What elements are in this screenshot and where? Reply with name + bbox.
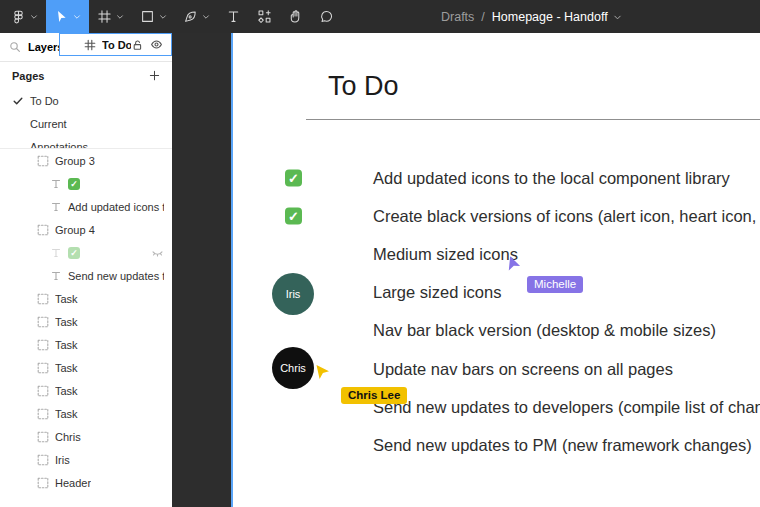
layer-row-header[interactable]: Header [0, 471, 172, 494]
page-row-current[interactable]: Current [0, 112, 172, 135]
move-tool-chevron[interactable] [73, 13, 81, 21]
todo-item: Create black versions of icons (alert ic… [233, 197, 760, 235]
page-row-annotations[interactable]: Annotations [0, 135, 172, 148]
layer-label: Task [55, 362, 78, 374]
group-layer-icon [37, 293, 49, 305]
add-page-button[interactable] [149, 70, 160, 81]
shape-tool[interactable] [132, 0, 175, 33]
text-tool[interactable] [218, 0, 249, 33]
layer-label: Task [55, 408, 78, 420]
avatar-iris[interactable]: Iris [272, 273, 314, 315]
canvas: To Do Add updated icons to the local com… [172, 33, 760, 507]
frame-tool-chevron[interactable] [116, 13, 124, 21]
figma-logo-icon [11, 9, 26, 25]
text-small-layer-icon [50, 247, 62, 259]
pen-icon [183, 9, 198, 24]
page-label: Annotations [30, 141, 88, 149]
todo-item-text[interactable]: Add updated icons to the local component… [373, 169, 730, 188]
component-tool[interactable] [249, 0, 280, 33]
todo-item-text[interactable]: Create black versions of icons (alert ic… [373, 207, 760, 226]
layer-row-add-updated-icons-to-the-[interactable]: Add updated icons to the... [0, 195, 172, 218]
group-layer-icon [37, 362, 49, 374]
layer-label: Header [55, 477, 91, 489]
todo-item-text[interactable]: Nav bar black version (desktop & mobile … [373, 321, 716, 340]
layer-label: Send new updates to PM ... [68, 270, 164, 282]
todo-item: Medium sized icons [233, 235, 760, 273]
layer-label: Group 4 [55, 224, 95, 236]
cursor-icon [54, 9, 69, 24]
page-row-to-do[interactable]: To Do [0, 89, 172, 112]
frame-heading-text[interactable]: To Do [328, 71, 399, 102]
checkbox-checked-icon[interactable] [285, 208, 302, 225]
group-layer-icon [37, 431, 49, 443]
component-icon [257, 9, 272, 24]
todo-item-text[interactable]: Medium sized icons [373, 245, 518, 264]
layer-row-task[interactable]: Task [0, 333, 172, 356]
layer-label: Task [55, 316, 78, 328]
pages-section: Pages To DoCurrentAnnotations [0, 62, 172, 148]
layer-row-task[interactable]: Task [0, 310, 172, 333]
layer-row-check-emoji[interactable] [0, 172, 172, 195]
frame-tool[interactable] [89, 0, 132, 33]
search-icon[interactable] [9, 41, 21, 53]
group-layer-icon [37, 477, 49, 489]
layer-label: Chris [55, 431, 81, 443]
layer-row-send-new-updates-to-pm-[interactable]: Send new updates to PM ... [0, 264, 172, 287]
chevron-down-icon[interactable] [613, 13, 622, 22]
text-small-layer-icon [50, 201, 62, 213]
group-layer-icon [37, 316, 49, 328]
layer-row-group-3[interactable]: Group 3 [0, 149, 172, 172]
todo-item-text[interactable]: Send new updates to developers (compile … [373, 398, 760, 417]
move-tool[interactable] [46, 0, 89, 33]
breadcrumb-separator: / [481, 10, 484, 24]
group-layer-icon [37, 224, 49, 236]
layer-row-chris[interactable]: Chris [0, 425, 172, 448]
layer-row-task[interactable]: Task [0, 356, 172, 379]
todo-list: Add updated icons to the local component… [233, 159, 760, 465]
text-small-layer-icon [50, 270, 62, 282]
remote-cursor-name-label: Chris Lee [341, 387, 407, 404]
pages-list: To DoCurrentAnnotations [0, 89, 172, 148]
square-icon [140, 9, 155, 24]
layer-row-task[interactable]: Task [0, 379, 172, 402]
todo-item: Send new updates to developers (compile … [233, 388, 760, 426]
layer-row-group-4[interactable]: Group 4 [0, 218, 172, 241]
group-layer-icon [37, 454, 49, 466]
breadcrumb-drafts-link[interactable]: Drafts [441, 10, 474, 24]
comment-tool[interactable] [311, 0, 342, 33]
shape-tool-chevron[interactable] [159, 13, 167, 21]
left-panel: Layers Assets To Do Pages To DoCurrentAn… [0, 33, 172, 507]
layer-label: Iris [55, 454, 70, 466]
pen-tool-chevron[interactable] [202, 13, 210, 21]
checkbox-checked-icon[interactable] [285, 170, 302, 187]
layer-label: Task [55, 339, 78, 351]
breadcrumb-file-title[interactable]: Homepage - Handoff [492, 10, 622, 24]
layer-label: Task [55, 293, 78, 305]
main-menu-chevron[interactable] [30, 13, 38, 21]
pen-tool[interactable] [175, 0, 218, 33]
breadcrumb: Drafts / Homepage - Handoff [441, 0, 622, 33]
remote-cursor-name-label: Michelle [527, 276, 583, 293]
layers-tree: To DoGroup 3Add updated icons to the...G… [0, 148, 172, 507]
frame-icon [97, 9, 112, 24]
page-label: Current [30, 118, 67, 130]
hand-tool[interactable] [280, 0, 311, 33]
todo-item-text[interactable]: Update nav bars on screens on all pages [373, 360, 673, 379]
layer-row-iris[interactable]: Iris [0, 448, 172, 471]
todo-item-text[interactable]: Send new updates to PM (new framework ch… [373, 436, 752, 455]
eye-closed-icon[interactable] [151, 246, 164, 259]
tool-group [0, 0, 760, 33]
text-small-layer-icon [50, 178, 62, 190]
todo-item: Add updated icons to the local component… [233, 159, 760, 197]
file-title-text: Homepage - Handoff [492, 10, 608, 24]
todo-item-text[interactable]: Large sized icons [373, 283, 501, 302]
avatar-chris[interactable]: Chris [272, 347, 314, 389]
figma-app: Drafts / Homepage - Handoff Layers Asset… [0, 0, 760, 507]
frame-todo[interactable]: To Do Add updated icons to the local com… [231, 33, 760, 507]
pages-title: Pages [12, 70, 44, 82]
layer-row-task[interactable]: Task [0, 402, 172, 425]
layer-row-check-emoji[interactable] [0, 241, 172, 264]
layer-row-task[interactable]: Task [0, 287, 172, 310]
main-menu[interactable] [3, 0, 46, 33]
check-emoji-icon [68, 247, 80, 259]
